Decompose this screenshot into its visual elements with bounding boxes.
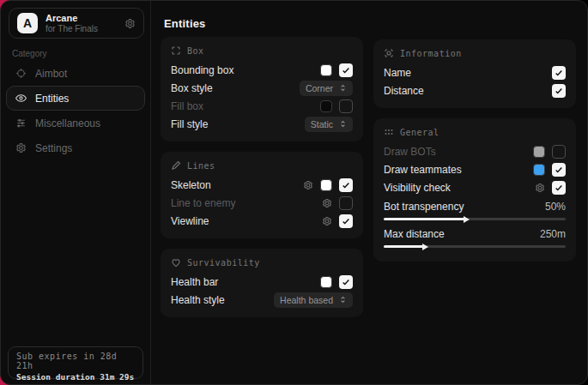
slider-thumb[interactable]: [464, 216, 470, 223]
row-draw-teammates: Draw teammates: [384, 160, 566, 178]
row-fill-box: Fill box: [171, 97, 353, 115]
sidebar-item-label: Entities: [35, 93, 69, 105]
scan-icon: [384, 48, 394, 58]
row-line-to-enemy: Line to enemy: [171, 194, 353, 212]
sidebar-item-settings[interactable]: Settings: [6, 135, 145, 160]
checkbox-checked[interactable]: [552, 84, 566, 98]
gear-icon[interactable]: [535, 183, 545, 193]
color-swatch[interactable]: [320, 64, 332, 76]
checkbox-checked[interactable]: [339, 275, 353, 289]
panel-information: Information Name Distance: [373, 39, 576, 108]
sidebar-item-miscellaneous[interactable]: Miscellaneous: [6, 111, 145, 135]
sidebar-item-label: Miscellaneous: [35, 117, 100, 129]
sidebar-item-aimbot[interactable]: Aimbot: [6, 61, 145, 86]
panel-lines: Lines Skeleton Line to enemy: [161, 152, 363, 238]
chevron-up-down-icon: [339, 84, 347, 92]
row-visibility-check: Visibility check: [384, 178, 566, 196]
panel-general: General Draw BOTs Draw teammates: [373, 118, 576, 262]
chevron-up-down-icon: [339, 120, 347, 128]
sliders-icon: [15, 117, 27, 129]
max-distance-slider[interactable]: [384, 245, 566, 248]
sidebar-nav: Aimbot Entities Miscellaneous Settings: [6, 61, 145, 160]
main-left-column: Box Bounding box Box style Corner: [161, 37, 363, 317]
app-subtitle: for The Finals: [45, 24, 117, 34]
bot-transparency-group: Bot transpenency 50%: [384, 198, 566, 220]
grid-dots-icon: [384, 127, 394, 137]
heart-icon: [171, 257, 181, 268]
subscription-card: Sub expires in 28d 21h Session duration …: [8, 346, 143, 379]
panel-title: Survivability: [187, 258, 260, 268]
category-label: Category: [12, 49, 47, 58]
session-duration-text: Session duration 31m 29s: [16, 372, 135, 382]
eye-icon: [15, 93, 27, 104]
gear-icon[interactable]: [322, 198, 332, 208]
panel-title: Box: [187, 46, 204, 56]
pencil-icon: [171, 160, 181, 171]
max-distance-value: 250m: [540, 228, 566, 240]
row-distance: Distance: [384, 81, 566, 99]
sidebar: A Arcane for The Finals Category Aimbot: [1, 1, 151, 384]
gear-icon: [15, 142, 27, 153]
bot-transparency-value: 50%: [545, 201, 566, 213]
row-health-style: Health style Health based: [171, 291, 353, 309]
checkbox-checked[interactable]: [339, 178, 353, 192]
brand-card[interactable]: A Arcane for The Finals: [9, 8, 144, 39]
corner-brackets-icon: [171, 45, 181, 56]
sidebar-item-label: Aimbot: [35, 68, 67, 80]
color-swatch[interactable]: [320, 179, 332, 191]
brand-gear-icon[interactable]: [124, 18, 136, 29]
checkbox-unchecked[interactable]: [552, 145, 566, 159]
panel-title: Information: [400, 49, 462, 58]
fill-style-dropdown[interactable]: Static: [305, 117, 353, 132]
checkbox-checked[interactable]: [339, 63, 353, 77]
app-logo: A: [17, 13, 38, 33]
main-right-column: Information Name Distance: [373, 39, 576, 262]
max-distance-group: Max distance 250m: [384, 226, 566, 248]
row-skeleton: Skeleton: [171, 176, 353, 194]
color-swatch[interactable]: [533, 146, 545, 158]
row-box-style: Box style Corner: [171, 79, 353, 97]
checkbox-checked[interactable]: [339, 214, 353, 228]
health-style-dropdown[interactable]: Health based: [274, 292, 353, 308]
box-style-dropdown[interactable]: Corner: [300, 81, 353, 96]
row-name: Name: [384, 63, 566, 81]
gear-icon[interactable]: [303, 180, 313, 190]
color-swatch[interactable]: [320, 100, 332, 112]
sub-expiry-text: Sub expires in 28d 21h: [16, 352, 135, 370]
panel-box: Box Bounding box Box style Corner: [161, 37, 363, 141]
page-title: Entities: [164, 17, 206, 30]
sidebar-item-label: Settings: [35, 142, 72, 154]
app-window: A Arcane for The Finals Category Aimbot: [0, 0, 588, 385]
app-title: Arcane: [45, 13, 117, 24]
panel-title: Lines: [187, 161, 215, 171]
row-bounding-box: Bounding box: [171, 61, 353, 79]
sidebar-item-entities[interactable]: Entities: [6, 86, 145, 111]
crosshair-icon: [15, 68, 27, 79]
checkbox-unchecked[interactable]: [339, 99, 353, 113]
row-health-bar: Health bar: [171, 273, 353, 291]
row-fill-style: Fill style Static: [171, 115, 353, 133]
slider-thumb[interactable]: [422, 244, 428, 250]
checkbox-unchecked[interactable]: [339, 196, 353, 210]
bot-transparency-slider[interactable]: [384, 218, 566, 220]
row-viewline: Viewline: [171, 212, 353, 230]
checkbox-checked[interactable]: [552, 66, 566, 80]
color-swatch[interactable]: [320, 276, 332, 288]
panel-title: General: [400, 128, 439, 137]
checkbox-checked[interactable]: [552, 163, 566, 177]
gear-icon[interactable]: [322, 216, 332, 226]
row-draw-bots: Draw BOTs: [384, 142, 566, 160]
chevron-up-down-icon: [339, 296, 347, 304]
panel-survivability: Survivability Health bar Health style He…: [161, 249, 363, 317]
color-swatch[interactable]: [533, 164, 545, 176]
checkbox-checked[interactable]: [552, 181, 566, 195]
